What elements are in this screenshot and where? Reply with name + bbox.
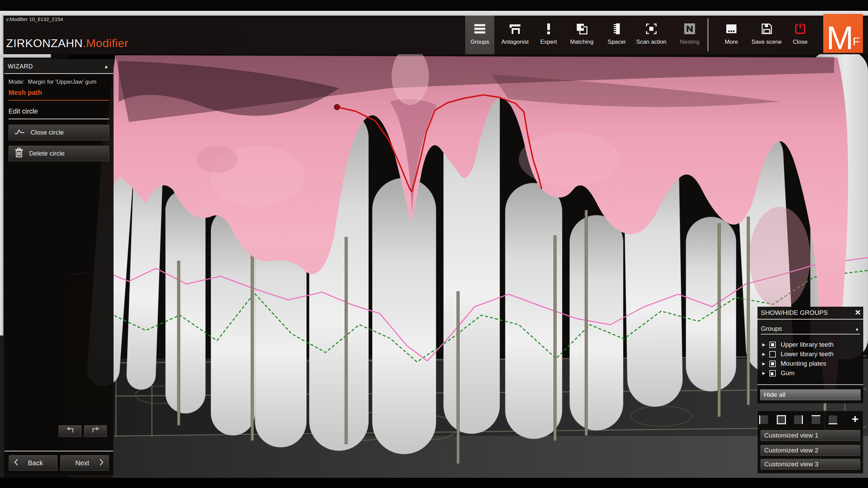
undo-icon <box>66 427 75 435</box>
toolbar-label: Scan action <box>636 39 667 45</box>
close-circle-icon <box>14 129 25 137</box>
chevron-left-icon <box>14 459 19 468</box>
toolbar-label: Save scene <box>752 39 782 45</box>
toolbar-button-matching[interactable]: Matching <box>564 16 600 54</box>
desktop-frame-strip <box>0 11 868 16</box>
toolbar-label: Close <box>793 39 807 45</box>
hide-all-button[interactable]: Hide all <box>760 389 861 400</box>
toolbar-label: Spacer <box>608 39 626 45</box>
brand-logo: ZIRKONZAHN.Modifier <box>6 37 129 50</box>
scan-action-icon <box>646 22 657 35</box>
bottom-letterbox <box>0 478 868 488</box>
desktop-frame-left-lower <box>0 336 3 478</box>
next-button[interactable]: Next <box>60 455 109 471</box>
redo-button[interactable] <box>84 425 107 437</box>
back-button[interactable]: Back <box>9 455 57 471</box>
groups-section-header[interactable]: Groups ▲ <box>761 324 860 334</box>
toolbar-button-antagonist[interactable]: Antagonist <box>498 16 532 54</box>
visibility-checkbox[interactable] <box>769 342 776 348</box>
close-panel-icon[interactable]: × <box>855 307 861 318</box>
group-row-mounting-plates[interactable]: ▶ Mounting plates <box>757 359 863 368</box>
redo-icon <box>91 427 100 435</box>
expand-right-icon[interactable]: ▶ <box>762 352 765 357</box>
show-hide-groups-panel: SHOW/HIDE GROUPS × Groups ▲ ▶ Upper libr… <box>757 307 863 403</box>
add-view-icon[interactable]: + <box>850 414 860 424</box>
expand-right-icon[interactable]: ▶ <box>762 342 765 347</box>
toolbar-button-groups[interactable]: Groups <box>465 16 494 54</box>
next-label: Next <box>65 459 99 467</box>
expand-right-icon[interactable]: ▶ <box>762 361 765 366</box>
toolbar-button-close[interactable]: Close <box>786 16 814 54</box>
wizard-section-label: Edit circle <box>8 107 109 119</box>
desktop-frame-left <box>0 16 3 336</box>
visibility-checkbox[interactable] <box>769 351 776 358</box>
more-icon <box>726 22 737 35</box>
mf-app-logo: MF <box>823 14 863 53</box>
viewport-3d[interactable] <box>0 0 868 488</box>
close-circle-label: Close circle <box>31 129 64 136</box>
header-bar: v.Modifier 10_6132_2154 ZIRKONZAHN.Modif… <box>3 16 868 54</box>
toolbar-label: Expert <box>540 39 557 45</box>
chevron-right-icon <box>99 459 104 468</box>
view-right-icon[interactable] <box>794 415 803 424</box>
mode-label: Mode: <box>8 79 24 85</box>
version-label: v.Modifier 10_6132_2154 <box>6 16 63 22</box>
mode-value: Margin for 'UpperJaw' gum <box>28 79 96 85</box>
trash-icon <box>14 148 24 160</box>
wizard-step-label: Mesh path <box>8 89 109 101</box>
app-window: v.Modifier 10_6132_2154 ZIRKONZAHN.Modif… <box>0 0 868 488</box>
delete-circle-button[interactable]: Delete circle <box>8 146 109 161</box>
toolbar-button-expert[interactable]: Expert <box>534 16 563 54</box>
matching-icon <box>576 22 588 35</box>
wizard-mode-line: Mode: Margin for 'UpperJaw' gum <box>8 79 109 85</box>
toolbar-label: More <box>725 39 738 45</box>
group-row-upper-library-teeth[interactable]: ▶ Upper library teeth <box>757 340 863 349</box>
toolbar-button-spacer[interactable]: Spacer <box>602 16 631 54</box>
save-icon <box>761 22 772 35</box>
collapse-up-icon[interactable]: ▲ <box>855 326 859 331</box>
view-left-icon[interactable] <box>759 415 768 424</box>
toolbar-label: Groups <box>470 39 489 45</box>
wizard-panel-header[interactable]: WIZARD ▲ <box>4 60 113 74</box>
group-row-lower-library-teeth[interactable]: ▶ Lower library teeth <box>757 349 863 359</box>
nesting-icon <box>684 22 695 35</box>
undo-button[interactable] <box>59 425 81 437</box>
close-icon <box>794 22 806 35</box>
groups-icon <box>474 22 485 35</box>
toolbar-button-more[interactable]: More <box>715 16 747 54</box>
view-bottom-icon[interactable] <box>828 415 837 424</box>
toolbar-label: Matching <box>570 39 594 45</box>
customized-view-3-button[interactable]: Customized view 3 <box>761 459 860 470</box>
toolbar-button-nesting[interactable]: Nesting <box>674 16 705 54</box>
groups-panel-divider <box>757 384 863 385</box>
visibility-checkbox[interactable] <box>769 361 776 367</box>
delete-circle-label: Delete circle <box>29 150 65 157</box>
undo-redo-group <box>59 425 107 437</box>
back-label: Back <box>19 459 52 467</box>
expand-right-icon[interactable]: ▶ <box>762 371 765 375</box>
toolbar-button-scan-action[interactable]: Scan action <box>633 16 670 54</box>
wizard-title: WIZARD <box>8 63 33 70</box>
groups-panel-title: SHOW/HIDE GROUPS <box>761 309 828 317</box>
view-front-icon[interactable] <box>777 415 786 424</box>
customized-view-1-button[interactable]: Customized view 1 <box>761 430 860 441</box>
wizard-panel: WIZARD ▲ Mode: Margin for 'UpperJaw' gum… <box>4 59 114 475</box>
toolbar-label: Nesting <box>680 39 699 45</box>
top-letterbox <box>0 0 868 11</box>
expert-icon <box>543 22 554 35</box>
toolbar-divider <box>708 18 708 52</box>
close-circle-button[interactable]: Close circle <box>8 125 109 140</box>
spacer-icon <box>611 22 623 35</box>
visibility-checkbox[interactable] <box>769 370 776 377</box>
view-top-icon[interactable] <box>811 415 821 424</box>
antagonist-icon <box>509 22 521 35</box>
customized-view-2-button[interactable]: Customized view 2 <box>761 445 860 456</box>
toolbar-label: Antagonist <box>501 39 529 45</box>
views-panel: + Customized view 1 Customized view 2 Cu… <box>757 411 863 473</box>
collapse-up-icon[interactable]: ▲ <box>104 64 108 69</box>
margin-path-start-point[interactable] <box>334 104 340 110</box>
group-row-gum[interactable]: ▶ Gum <box>757 368 863 378</box>
wizard-separator <box>4 451 113 451</box>
toolbar-button-save-scene[interactable]: Save scene <box>749 16 785 54</box>
groups-panel-header: SHOW/HIDE GROUPS × <box>757 307 863 320</box>
